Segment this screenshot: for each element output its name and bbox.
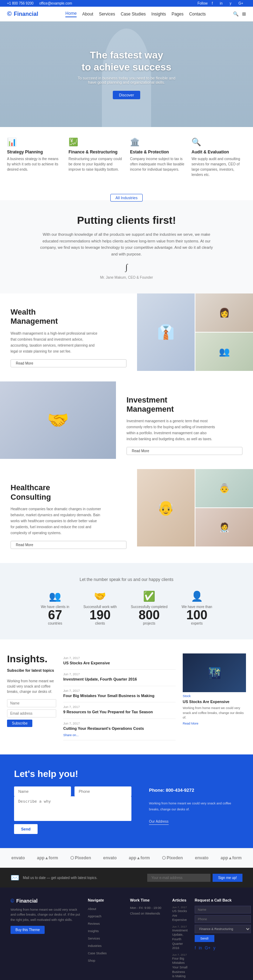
hero-content: The fastest wayto achieve success To suc… bbox=[77, 49, 176, 99]
contact-name-input[interactable] bbox=[14, 786, 71, 796]
social-google[interactable]: G+ bbox=[238, 2, 243, 5]
healthcare-read-more[interactable]: Read More bbox=[11, 541, 126, 549]
investment-img-main: 🤝 bbox=[0, 382, 116, 459]
feature-finance-desc: Restructuring your company could be done… bbox=[68, 156, 123, 172]
wealth-img-bottom: 👥 bbox=[195, 332, 253, 371]
footer-send-button[interactable]: Send! bbox=[194, 935, 214, 942]
clients-icon: 🤝 bbox=[83, 590, 117, 602]
stat-countries: 👥 We have clients in 67 countries bbox=[41, 590, 69, 625]
clients-first-section: Putting clients first! With our thorough… bbox=[0, 200, 253, 293]
nav-home[interactable]: Home bbox=[65, 11, 77, 17]
newsletter-left: ✉️ Mail us to date — get updated with la… bbox=[11, 873, 97, 882]
nav-pages[interactable]: Pages bbox=[171, 12, 183, 16]
social-facebook[interactable]: f bbox=[212, 2, 213, 5]
footer-articles-title: Articles bbox=[172, 898, 188, 902]
healthcare-title: HealthcareConsulting bbox=[11, 483, 126, 502]
newsletter-form: Sign me up! bbox=[147, 874, 242, 882]
clients-first-heading: Putting clients first! bbox=[21, 214, 232, 226]
clients-number: 190 bbox=[83, 609, 117, 621]
wealth-read-more[interactable]: Read More bbox=[11, 359, 126, 368]
article-3-title: Four Big Mistakes Your Small Business is… bbox=[63, 693, 176, 698]
insights-email-input[interactable] bbox=[7, 710, 56, 718]
signature-graphic: ∫ bbox=[21, 262, 232, 272]
contact-phone-input[interactable] bbox=[74, 786, 131, 796]
footer-work-title: Work Time bbox=[130, 898, 165, 902]
investment-read-more[interactable]: Read More bbox=[126, 447, 242, 455]
article-4: Jun 7, 2017 9 Resources to Get You Prepa… bbox=[63, 702, 176, 719]
newsletter-email-input[interactable] bbox=[147, 874, 210, 882]
all-industries-link-container: All Industries bbox=[0, 195, 253, 200]
footer-nav-about: About bbox=[88, 906, 123, 911]
social-youtube[interactable]: y bbox=[229, 2, 231, 5]
footer-buy-button[interactable]: Buy this Theme bbox=[11, 926, 44, 934]
investment-images: 🤝 bbox=[0, 382, 116, 469]
stat-clients: 🤝 Successfull work with 190 clients bbox=[83, 590, 117, 625]
logo-pixeden-2: ⬡ Pixeden bbox=[162, 856, 183, 861]
article-5-link[interactable]: Share on... bbox=[63, 733, 79, 737]
logo-appstorm-3: app▲form bbox=[221, 856, 242, 861]
contact-describe-textarea[interactable] bbox=[14, 796, 131, 821]
insights-name-input[interactable] bbox=[7, 699, 56, 707]
article-2-date: Jun 7, 2017 bbox=[63, 673, 176, 676]
top-bar-phone[interactable]: +1 800 756 9200 bbox=[7, 2, 33, 5]
featured-image: 🌃 bbox=[183, 654, 246, 692]
all-industries-link[interactable]: All Industries bbox=[110, 194, 143, 202]
insights-subscribe-button[interactable]: Subscribe bbox=[7, 720, 32, 727]
healthcare-text: HealthcareConsulting Healthcare companie… bbox=[0, 469, 137, 563]
projects-icon: ✅ bbox=[131, 590, 168, 602]
healthcare-desc: Healthcare companies face dramatic chang… bbox=[11, 506, 102, 536]
nav-services[interactable]: Services bbox=[99, 12, 115, 16]
estate-icon: 🏛️ bbox=[130, 138, 185, 147]
hero-subtitle: To succeed in business today you need to… bbox=[77, 76, 176, 84]
feature-audit-title: Audit & Evaluation bbox=[191, 150, 246, 154]
nav-logo[interactable]: © Financial bbox=[7, 10, 38, 18]
countries-number: 67 bbox=[41, 609, 69, 621]
investment-desc: Investment management is a generic term … bbox=[126, 418, 218, 442]
experts-icon: 👤 bbox=[182, 590, 212, 602]
logo-appstorm-2: app▲form bbox=[129, 856, 150, 861]
social-linkedin[interactable]: in bbox=[220, 2, 223, 5]
top-bar-email[interactable]: office@example.com bbox=[40, 2, 72, 5]
footer-nav-approach: Approach bbox=[88, 913, 123, 918]
footer-social-facebook[interactable]: f bbox=[194, 945, 196, 950]
footer-callback-phone[interactable] bbox=[194, 915, 251, 923]
investment-management-section: InvestmentManagement Investment manageme… bbox=[0, 382, 253, 469]
logo-pixeden-1: ⬡ Pixeden bbox=[70, 856, 91, 861]
logo-envato-3: envato bbox=[195, 856, 209, 861]
feature-strategy-title: Strategy Planning bbox=[7, 150, 62, 154]
stats-section: Let the number speak for us and our happ… bbox=[0, 563, 253, 640]
menu-icon[interactable]: ⊞ bbox=[242, 11, 246, 16]
our-address-link[interactable]: Our Address bbox=[149, 818, 169, 825]
footer-callback-name[interactable] bbox=[194, 906, 251, 913]
footer-social-google[interactable]: G+ bbox=[205, 945, 210, 950]
insights-subscribe-text: Subscibe for latest topics bbox=[7, 668, 56, 673]
footer: © Financial Working from home meant we c… bbox=[0, 888, 253, 980]
nav-insights[interactable]: Insights bbox=[152, 12, 166, 16]
hero-section: The fastest wayto achieve success To suc… bbox=[0, 21, 253, 127]
hero-cta-button[interactable]: Discover bbox=[113, 91, 141, 99]
features-section: 📊 Strategy Planning A business strategy … bbox=[0, 127, 253, 188]
footer-social-youtube[interactable]: y bbox=[213, 945, 215, 950]
search-icon[interactable]: 🔍 bbox=[233, 11, 239, 16]
newsletter-signup-button[interactable]: Sign me up! bbox=[213, 874, 242, 882]
article-4-date: Jun 7, 2017 bbox=[63, 705, 176, 709]
nav-contacts[interactable]: Contacts bbox=[189, 12, 206, 16]
footer-nav-list: About Approach Reviews Insights Services… bbox=[88, 906, 123, 963]
article-5: Jun 7, 2017 Cutting Your Restaurant's Op… bbox=[63, 719, 176, 740]
nav-about[interactable]: About bbox=[82, 12, 93, 16]
footer-social-linkedin[interactable]: in bbox=[199, 945, 202, 950]
footer-callback: Request a Call Back Finance & Restructur… bbox=[194, 898, 251, 980]
contact-send-button[interactable]: Send bbox=[14, 824, 38, 834]
nav-case-studies[interactable]: Case Studies bbox=[120, 12, 145, 16]
wealth-desc: Wealth management is a high-level profes… bbox=[11, 331, 102, 354]
healthcare-images: 👴 👵 🧑‍⚕️ bbox=[137, 469, 253, 563]
contact-heading: Let's help you! bbox=[14, 768, 239, 780]
featured-read-more[interactable]: Read More bbox=[183, 722, 246, 725]
investment-title: InvestmentManagement bbox=[126, 396, 242, 414]
footer-article-3: Jun 7, 2017 Four Big Mistakes Your Small… bbox=[172, 953, 188, 978]
article-2: Jun 7, 2017 Investment Update, Fourth Qu… bbox=[63, 670, 176, 686]
newsletter-text: Mail us to date — get updated with lates… bbox=[23, 876, 97, 880]
featured-desc: Working from home meant we could very sn… bbox=[183, 706, 246, 720]
strategy-icon: 📊 bbox=[7, 138, 62, 147]
footer-callback-service[interactable]: Finance & Restructuring bbox=[194, 925, 251, 933]
